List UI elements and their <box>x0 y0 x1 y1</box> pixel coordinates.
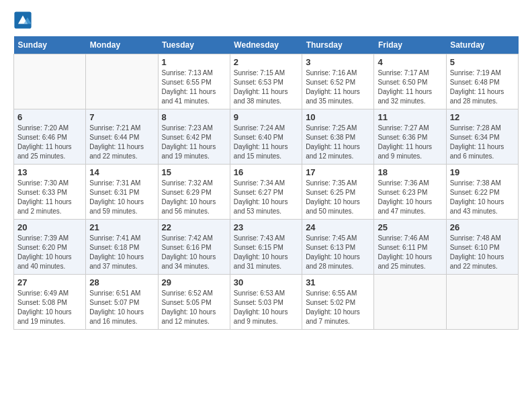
calendar-week-row: 20Sunrise: 7:39 AM Sunset: 6:20 PM Dayli… <box>14 220 519 275</box>
day-number: 22 <box>162 222 226 232</box>
day-number: 8 <box>162 112 226 122</box>
calendar-day-cell: 28Sunrise: 6:51 AM Sunset: 5:07 PM Dayli… <box>86 275 158 330</box>
calendar-day-cell: 24Sunrise: 7:45 AM Sunset: 6:13 PM Dayli… <box>302 220 374 275</box>
day-number: 12 <box>450 112 515 122</box>
calendar-day-cell: 13Sunrise: 7:30 AM Sunset: 6:33 PM Dayli… <box>14 165 86 220</box>
col-header-sunday: Sunday <box>14 36 86 54</box>
col-header-wednesday: Wednesday <box>230 36 302 54</box>
calendar-day-cell: 25Sunrise: 7:46 AM Sunset: 6:11 PM Dayli… <box>374 220 446 275</box>
day-number: 6 <box>17 112 82 122</box>
calendar-day-cell: 1Sunrise: 7:13 AM Sunset: 6:55 PM Daylig… <box>158 54 230 109</box>
day-info: Sunrise: 7:30 AM Sunset: 6:33 PM Dayligh… <box>17 179 82 216</box>
day-info: Sunrise: 7:27 AM Sunset: 6:36 PM Dayligh… <box>378 124 442 161</box>
calendar-day-cell: 22Sunrise: 7:42 AM Sunset: 6:16 PM Dayli… <box>158 220 230 275</box>
col-header-friday: Friday <box>374 36 446 54</box>
day-number: 31 <box>306 277 370 287</box>
calendar-day-cell: 7Sunrise: 7:21 AM Sunset: 6:44 PM Daylig… <box>86 109 158 165</box>
calendar-day-cell: 10Sunrise: 7:25 AM Sunset: 6:38 PM Dayli… <box>302 109 374 165</box>
day-info: Sunrise: 7:20 AM Sunset: 6:46 PM Dayligh… <box>17 124 82 161</box>
calendar-week-row: 1Sunrise: 7:13 AM Sunset: 6:55 PM Daylig… <box>14 54 519 109</box>
calendar-day-cell <box>14 54 86 109</box>
calendar-day-cell: 8Sunrise: 7:23 AM Sunset: 6:42 PM Daylig… <box>158 109 230 165</box>
day-info: Sunrise: 7:48 AM Sunset: 6:10 PM Dayligh… <box>450 234 515 271</box>
calendar-day-cell: 4Sunrise: 7:17 AM Sunset: 6:50 PM Daylig… <box>374 54 446 109</box>
page-header <box>13 11 519 30</box>
day-info: Sunrise: 7:15 AM Sunset: 6:53 PM Dayligh… <box>234 68 298 106</box>
logo <box>13 11 34 30</box>
day-number: 28 <box>89 277 154 287</box>
calendar-day-cell: 27Sunrise: 6:49 AM Sunset: 5:08 PM Dayli… <box>14 275 86 330</box>
day-info: Sunrise: 7:46 AM Sunset: 6:11 PM Dayligh… <box>378 234 442 271</box>
day-info: Sunrise: 7:28 AM Sunset: 6:34 PM Dayligh… <box>450 124 515 161</box>
day-info: Sunrise: 6:49 AM Sunset: 5:08 PM Dayligh… <box>17 289 82 326</box>
day-info: Sunrise: 7:41 AM Sunset: 6:18 PM Dayligh… <box>89 234 154 271</box>
day-number: 17 <box>306 167 370 177</box>
calendar-day-cell: 19Sunrise: 7:38 AM Sunset: 6:22 PM Dayli… <box>446 165 518 220</box>
day-number: 27 <box>17 277 82 287</box>
day-info: Sunrise: 7:42 AM Sunset: 6:16 PM Dayligh… <box>162 234 226 271</box>
calendar-day-cell: 3Sunrise: 7:16 AM Sunset: 6:52 PM Daylig… <box>302 54 374 109</box>
col-header-saturday: Saturday <box>446 36 518 54</box>
day-number: 26 <box>450 222 515 232</box>
day-number: 4 <box>378 57 442 67</box>
day-info: Sunrise: 7:16 AM Sunset: 6:52 PM Dayligh… <box>306 68 370 106</box>
calendar-day-cell: 12Sunrise: 7:28 AM Sunset: 6:34 PM Dayli… <box>446 109 518 165</box>
calendar-day-cell <box>86 54 158 109</box>
calendar-day-cell <box>374 275 446 330</box>
day-number: 14 <box>89 167 154 177</box>
calendar-day-cell: 21Sunrise: 7:41 AM Sunset: 6:18 PM Dayli… <box>86 220 158 275</box>
day-info: Sunrise: 7:38 AM Sunset: 6:22 PM Dayligh… <box>450 179 515 216</box>
day-info: Sunrise: 6:51 AM Sunset: 5:07 PM Dayligh… <box>89 289 154 326</box>
calendar-day-cell: 23Sunrise: 7:43 AM Sunset: 6:15 PM Dayli… <box>230 220 302 275</box>
day-number: 24 <box>306 222 370 232</box>
calendar-day-cell: 9Sunrise: 7:24 AM Sunset: 6:40 PM Daylig… <box>230 109 302 165</box>
day-info: Sunrise: 7:19 AM Sunset: 6:48 PM Dayligh… <box>450 68 515 106</box>
calendar-week-row: 13Sunrise: 7:30 AM Sunset: 6:33 PM Dayli… <box>14 165 519 220</box>
day-info: Sunrise: 7:34 AM Sunset: 6:27 PM Dayligh… <box>234 179 298 216</box>
col-header-tuesday: Tuesday <box>158 36 230 54</box>
day-number: 16 <box>234 167 298 177</box>
day-number: 25 <box>378 222 442 232</box>
calendar-day-cell: 16Sunrise: 7:34 AM Sunset: 6:27 PM Dayli… <box>230 165 302 220</box>
day-info: Sunrise: 7:17 AM Sunset: 6:50 PM Dayligh… <box>378 68 442 106</box>
calendar-day-cell: 30Sunrise: 6:53 AM Sunset: 5:03 PM Dayli… <box>230 275 302 330</box>
day-number: 23 <box>234 222 298 232</box>
calendar-week-row: 6Sunrise: 7:20 AM Sunset: 6:46 PM Daylig… <box>14 109 519 165</box>
calendar-day-cell: 2Sunrise: 7:15 AM Sunset: 6:53 PM Daylig… <box>230 54 302 109</box>
calendar-day-cell: 6Sunrise: 7:20 AM Sunset: 6:46 PM Daylig… <box>14 109 86 165</box>
col-header-monday: Monday <box>86 36 158 54</box>
day-info: Sunrise: 7:21 AM Sunset: 6:44 PM Dayligh… <box>89 124 154 161</box>
day-info: Sunrise: 7:45 AM Sunset: 6:13 PM Dayligh… <box>306 234 370 271</box>
day-number: 11 <box>378 112 442 122</box>
calendar-day-cell: 17Sunrise: 7:35 AM Sunset: 6:25 PM Dayli… <box>302 165 374 220</box>
day-info: Sunrise: 6:53 AM Sunset: 5:03 PM Dayligh… <box>234 289 298 326</box>
day-number: 18 <box>378 167 442 177</box>
day-number: 19 <box>450 167 515 177</box>
day-number: 1 <box>162 57 226 67</box>
calendar-day-cell: 5Sunrise: 7:19 AM Sunset: 6:48 PM Daylig… <box>446 54 518 109</box>
day-info: Sunrise: 7:43 AM Sunset: 6:15 PM Dayligh… <box>234 234 298 271</box>
calendar-header-row: SundayMondayTuesdayWednesdayThursdayFrid… <box>14 36 519 54</box>
calendar-week-row: 27Sunrise: 6:49 AM Sunset: 5:08 PM Dayli… <box>14 275 519 330</box>
day-info: Sunrise: 6:52 AM Sunset: 5:05 PM Dayligh… <box>162 289 226 326</box>
day-info: Sunrise: 7:24 AM Sunset: 6:40 PM Dayligh… <box>234 124 298 161</box>
calendar-day-cell: 11Sunrise: 7:27 AM Sunset: 6:36 PM Dayli… <box>374 109 446 165</box>
day-info: Sunrise: 7:35 AM Sunset: 6:25 PM Dayligh… <box>306 179 370 216</box>
day-info: Sunrise: 6:55 AM Sunset: 5:02 PM Dayligh… <box>306 289 370 326</box>
day-number: 29 <box>162 277 226 287</box>
day-info: Sunrise: 7:31 AM Sunset: 6:31 PM Dayligh… <box>89 179 154 216</box>
day-info: Sunrise: 7:13 AM Sunset: 6:55 PM Dayligh… <box>162 68 226 106</box>
calendar-day-cell: 26Sunrise: 7:48 AM Sunset: 6:10 PM Dayli… <box>446 220 518 275</box>
calendar-day-cell: 15Sunrise: 7:32 AM Sunset: 6:29 PM Dayli… <box>158 165 230 220</box>
calendar-day-cell: 31Sunrise: 6:55 AM Sunset: 5:02 PM Dayli… <box>302 275 374 330</box>
day-number: 13 <box>17 167 82 177</box>
logo-icon <box>13 11 32 30</box>
day-number: 7 <box>89 112 154 122</box>
day-info: Sunrise: 7:39 AM Sunset: 6:20 PM Dayligh… <box>17 234 82 271</box>
day-number: 10 <box>306 112 370 122</box>
day-info: Sunrise: 7:23 AM Sunset: 6:42 PM Dayligh… <box>162 124 226 161</box>
day-number: 3 <box>306 57 370 67</box>
calendar-day-cell: 29Sunrise: 6:52 AM Sunset: 5:05 PM Dayli… <box>158 275 230 330</box>
calendar-day-cell: 18Sunrise: 7:36 AM Sunset: 6:23 PM Dayli… <box>374 165 446 220</box>
day-info: Sunrise: 7:25 AM Sunset: 6:38 PM Dayligh… <box>306 124 370 161</box>
